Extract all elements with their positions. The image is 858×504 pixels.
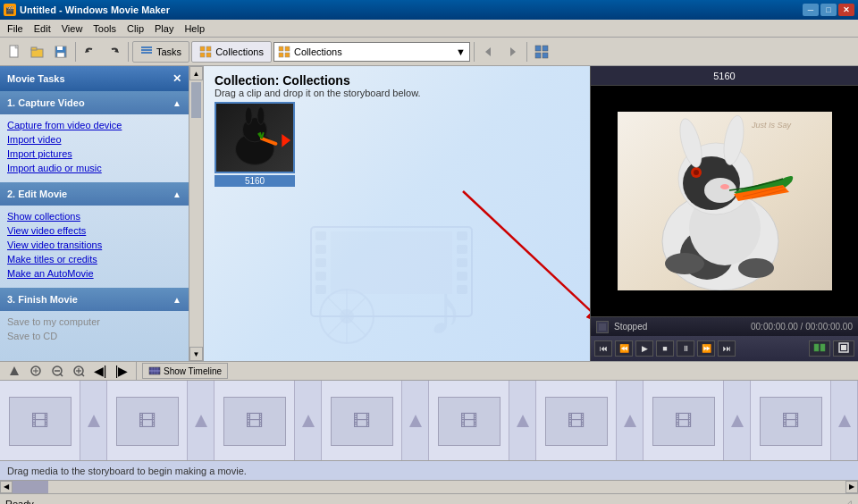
make-automovie-link[interactable]: Make an AutoMovie xyxy=(7,266,181,281)
play-button[interactable]: ▶ xyxy=(635,340,653,357)
new-button[interactable] xyxy=(4,41,25,63)
story-cell[interactable]: 🎞 xyxy=(214,381,295,461)
drag-hint-bar: Drag media to the storyboard to begin ma… xyxy=(0,461,858,481)
svg-marker-68 xyxy=(599,323,606,331)
menu-help[interactable]: Help xyxy=(179,21,210,36)
close-button[interactable]: ✕ xyxy=(838,4,854,16)
finish-section-header[interactable]: 3. Finish Movie ▲ xyxy=(0,288,189,311)
view-effects-link[interactable]: View video effects xyxy=(7,223,181,238)
fullscreen-button[interactable] xyxy=(833,340,854,357)
pause-button[interactable]: ⏸ xyxy=(677,340,694,357)
left-panel-scrollbar[interactable]: ▲ ▼ xyxy=(189,66,203,361)
cell-content: 🎞 xyxy=(545,397,608,446)
nav-back-button[interactable] xyxy=(478,41,500,63)
title-bar-left: 🎬 Untitled - Windows Movie Maker xyxy=(4,4,170,16)
drag-arrow xyxy=(454,182,590,361)
separator-3 xyxy=(474,42,475,62)
scroll-left-arrow[interactable]: ◀ xyxy=(0,481,13,493)
nav-forward-button[interactable] xyxy=(501,41,523,63)
clip-label: 5160 xyxy=(214,175,295,187)
scroll-down-arrow[interactable]: ▼ xyxy=(189,347,203,361)
scroll-track[interactable] xyxy=(189,80,203,347)
menu-tools[interactable]: Tools xyxy=(88,21,122,36)
svg-rect-10 xyxy=(141,49,152,51)
menu-edit[interactable]: Edit xyxy=(29,21,56,36)
capture-device-link[interactable]: Capture from video device xyxy=(7,118,181,132)
scroll-up-arrow[interactable]: ▲ xyxy=(189,66,203,80)
tasks-tab[interactable]: Tasks xyxy=(132,41,189,63)
transition-cell[interactable] xyxy=(80,381,107,461)
menu-clip[interactable]: Clip xyxy=(122,21,149,36)
resize-grip[interactable]: ⊿ xyxy=(842,499,853,505)
menu-view[interactable]: View xyxy=(56,21,88,36)
menu-play[interactable]: Play xyxy=(149,21,179,36)
skip-start-button[interactable]: ⏮ xyxy=(594,340,612,357)
import-pictures-link[interactable]: Import pictures xyxy=(7,147,181,161)
capture-section-header[interactable]: 1. Capture Video ▲ xyxy=(0,91,189,114)
storyboard-tool-2[interactable] xyxy=(27,363,45,379)
cell-icon: 🎞 xyxy=(353,411,371,432)
maximize-button[interactable]: □ xyxy=(820,4,837,16)
next-frame-button[interactable]: |▶ xyxy=(113,363,130,379)
skip-end-button[interactable]: ⏭ xyxy=(718,340,736,357)
undo-button[interactable] xyxy=(80,41,101,63)
zoom-out-button[interactable] xyxy=(48,363,66,379)
clip-image xyxy=(216,104,293,172)
collection-dropdown[interactable]: Collections ▼ xyxy=(273,42,470,62)
storyboard-tool-1[interactable] xyxy=(5,363,23,379)
svg-rect-5 xyxy=(57,46,63,50)
story-cell[interactable]: 🎞 xyxy=(107,381,188,461)
stop-button[interactable]: ■ xyxy=(656,340,674,357)
redo-button[interactable] xyxy=(103,41,124,63)
story-cell[interactable]: 🎞 xyxy=(644,381,724,461)
import-video-link[interactable]: Import video xyxy=(7,132,181,147)
transition-cell[interactable] xyxy=(402,381,429,461)
scroll-track-horizontal[interactable] xyxy=(13,481,845,493)
save-button[interactable] xyxy=(50,41,72,63)
scroll-thumb-horizontal[interactable] xyxy=(13,481,48,493)
menu-bar: File Edit View Tools Clip Play Help xyxy=(0,20,858,38)
story-cell[interactable]: 🎞 xyxy=(751,381,831,461)
menu-file[interactable]: File xyxy=(2,21,29,36)
capture-collapse-icon: ▲ xyxy=(172,98,181,108)
prev-frame-button[interactable]: ◀| xyxy=(91,363,109,379)
show-timeline-label: Show Timeline xyxy=(164,366,222,376)
show-collections-link[interactable]: Show collections xyxy=(7,209,181,223)
transition-cell[interactable] xyxy=(295,381,322,461)
story-cell[interactable]: 🎞 xyxy=(429,381,509,461)
show-timeline-button[interactable]: Show Timeline xyxy=(142,363,228,379)
story-cell[interactable]: 🎞 xyxy=(322,381,402,461)
minimize-button[interactable]: ─ xyxy=(803,4,819,16)
horizontal-scrollbar[interactable]: ◀ ▶ xyxy=(0,481,858,493)
svg-rect-43 xyxy=(457,272,467,281)
clip-thumbnail[interactable] xyxy=(214,102,295,173)
svg-rect-14 xyxy=(200,53,205,57)
edit-section-header[interactable]: 2. Edit Movie ▲ xyxy=(0,182,189,206)
view-toggle-button[interactable] xyxy=(531,41,552,63)
view-transitions-link[interactable]: View video transitions xyxy=(7,238,181,252)
separator-2 xyxy=(128,42,129,62)
window-controls[interactable]: ─ □ ✕ xyxy=(803,4,854,16)
svg-marker-21 xyxy=(510,47,516,56)
transition-cell[interactable] xyxy=(617,381,644,461)
import-audio-link[interactable]: Import audio or music xyxy=(7,161,181,175)
rewind-button[interactable]: ⏪ xyxy=(615,340,633,357)
open-button[interactable] xyxy=(27,41,48,63)
story-cell[interactable]: 🎞 xyxy=(536,381,617,461)
make-titles-link[interactable]: Make titles or credits xyxy=(7,252,181,266)
split-button[interactable] xyxy=(809,340,830,357)
collections-nav-tab[interactable]: Collections xyxy=(191,41,272,63)
scroll-thumb[interactable] xyxy=(191,82,201,118)
ffwd-button[interactable]: ⏩ xyxy=(697,340,715,357)
svg-point-29 xyxy=(245,107,252,125)
transition-cell[interactable] xyxy=(724,381,751,461)
transition-cell[interactable] xyxy=(509,381,536,461)
story-cell[interactable]: 🎞 xyxy=(0,381,80,461)
tasks-close-button[interactable]: ✕ xyxy=(172,72,181,85)
transition-cell[interactable] xyxy=(188,381,214,461)
transition-cell[interactable] xyxy=(831,381,858,461)
scroll-right-arrow[interactable]: ▶ xyxy=(845,481,858,493)
preview-video-area: Just Is Say xyxy=(591,86,858,316)
zoom-in-button[interactable] xyxy=(70,363,88,379)
svg-rect-41 xyxy=(457,245,467,254)
